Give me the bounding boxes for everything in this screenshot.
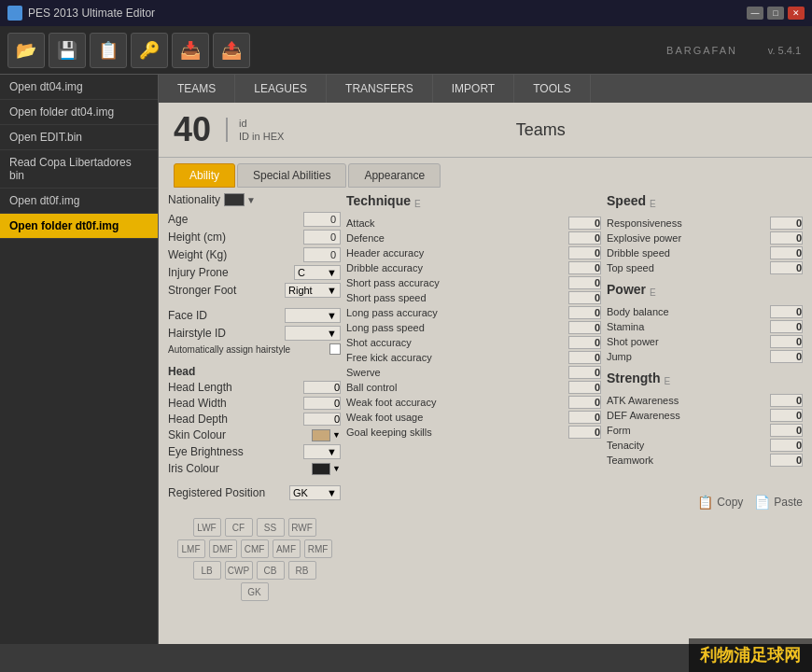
pos-rmf[interactable]: RMF [304, 539, 332, 558]
nav-import[interactable]: IMPORT [433, 75, 514, 103]
stat-short-pass-speed-input[interactable] [568, 291, 601, 304]
paste-button[interactable]: 📄 Paste [754, 495, 803, 510]
stronger-foot-select[interactable]: Right ▼ [285, 283, 341, 298]
stat-explosive-power-input[interactable] [770, 231, 803, 245]
head-length-label: Head Length [168, 381, 303, 394]
nav-leagues[interactable]: LEAGUES [235, 75, 327, 103]
sidebar-item-3[interactable]: Read Copa Libertadores bin [0, 150, 158, 189]
player-id: 40 [174, 110, 211, 149]
iris-colour-control[interactable]: ▼ [312, 463, 341, 475]
stat-body-balance-input[interactable] [770, 305, 803, 318]
pos-dmf[interactable]: DMF [209, 539, 237, 558]
stat-tenacity-input[interactable] [770, 439, 803, 452]
stat-shot-power-input[interactable] [770, 335, 803, 348]
iris-colour-arrow[interactable]: ▼ [332, 464, 341, 473]
stat-form-input[interactable] [770, 424, 803, 437]
stat-short-pass-accuracy-input[interactable] [568, 276, 601, 289]
positions-row-1: LWF CF SS RWF [168, 518, 341, 537]
stat-attack: Attack [346, 217, 601, 230]
skin-colour-control[interactable]: ▼ [312, 429, 341, 441]
nav-transfers[interactable]: TRANSFERS [327, 75, 433, 103]
stat-long-pass-speed-input[interactable] [568, 321, 601, 334]
pos-cb[interactable]: CB [257, 561, 285, 580]
maximize-button[interactable]: □ [767, 7, 784, 20]
toolbar-save-button[interactable]: 💾 [49, 33, 86, 68]
pos-cwp[interactable]: CWP [225, 561, 253, 580]
copy-button[interactable]: 📋 Copy [697, 495, 743, 510]
pos-lb[interactable]: LB [193, 561, 221, 580]
pos-amf[interactable]: AMF [273, 539, 301, 558]
head-width-input[interactable] [303, 397, 341, 410]
pos-ss[interactable]: SS [257, 518, 285, 537]
tabs-row: Ability Special Abilities Appearance [159, 158, 812, 188]
pos-rwf[interactable]: RWF [288, 518, 316, 537]
age-input[interactable] [303, 212, 341, 227]
copy-icon: 📋 [697, 495, 713, 510]
sidebar-item-4[interactable]: Open dt0f.img [0, 189, 158, 214]
stat-atk-awareness-input[interactable] [770, 394, 803, 407]
stat-top-speed-input[interactable] [770, 261, 803, 274]
height-input[interactable] [303, 230, 341, 245]
stat-shot-accuracy-input[interactable] [568, 336, 601, 349]
pos-cf[interactable]: CF [225, 518, 253, 537]
stat-long-pass-accuracy-input[interactable] [568, 306, 601, 319]
power-title: Power [607, 282, 646, 299]
tab-appearance[interactable]: Appearance [348, 163, 441, 188]
sidebar-item-0[interactable]: Open dt04.img [0, 75, 158, 100]
nav-teams[interactable]: TEAMS [159, 75, 235, 103]
skin-colour-arrow[interactable]: ▼ [332, 430, 341, 440]
technique-title: Technique [346, 193, 411, 210]
stat-ball-control-input[interactable] [568, 381, 601, 394]
toolbar-import-button[interactable]: 📥 [172, 33, 209, 68]
head-depth-input[interactable] [303, 413, 341, 426]
sidebar-item-1[interactable]: Open folder dt04.img [0, 100, 158, 125]
stat-responsiveness-input[interactable] [770, 217, 803, 230]
sidebar-item-2[interactable]: Open EDIT.bin [0, 125, 158, 150]
stat-attack-input[interactable] [568, 217, 601, 230]
strength-title: Strength [607, 371, 661, 387]
iris-colour-swatch[interactable] [312, 463, 330, 475]
stat-ball-control: Ball control [346, 381, 601, 394]
technique-e-label: E [414, 199, 421, 209]
stat-swerve-input[interactable] [568, 366, 601, 379]
tab-ability[interactable]: Ability [174, 163, 235, 188]
stat-jump-input[interactable] [770, 350, 803, 363]
pos-cmf[interactable]: CMF [241, 539, 269, 558]
stat-teamwork-input[interactable] [770, 454, 803, 467]
toolbar-export-button[interactable]: 📤 [213, 33, 250, 68]
stat-weak-foot-accuracy-input[interactable] [568, 396, 601, 409]
stat-def-awareness-input[interactable] [770, 409, 803, 422]
head-length-input[interactable] [303, 381, 341, 394]
nationality-dropdown-icon[interactable]: ▼ [246, 195, 256, 205]
reg-position-select[interactable]: GK ▼ [289, 485, 341, 500]
close-button[interactable]: ✕ [788, 7, 805, 20]
pos-lmf[interactable]: LMF [177, 539, 205, 558]
pos-gk[interactable]: GK [241, 582, 269, 601]
injury-label: Injury Prone [168, 266, 294, 279]
minimize-button[interactable]: — [747, 7, 763, 20]
stat-dribble-speed-input[interactable] [770, 246, 803, 259]
stat-header-accuracy-input[interactable] [568, 246, 601, 259]
pos-rb[interactable]: RB [288, 561, 316, 580]
sidebar-item-5[interactable]: Open folder dt0f.img [0, 214, 158, 239]
nationality-flag[interactable] [224, 193, 245, 206]
nav-tools[interactable]: TOOLS [514, 75, 590, 103]
weight-input[interactable] [303, 247, 341, 262]
stat-defence-input[interactable] [568, 231, 601, 245]
toolbar-open-button[interactable]: 📂 [7, 33, 45, 68]
injury-select[interactable]: C ▼ [294, 265, 341, 280]
toolbar-copy-button[interactable]: 📋 [90, 33, 127, 68]
toolbar-key-button[interactable]: 🔑 [131, 33, 168, 68]
stat-free-kick-accuracy-input[interactable] [568, 351, 601, 364]
stat-goal-keeping-input[interactable] [568, 426, 601, 439]
eye-brightness-select[interactable]: ▼ [303, 444, 341, 459]
auto-assign-checkbox[interactable] [329, 343, 341, 355]
stat-dribble-accuracy-input[interactable] [568, 261, 601, 274]
pos-lwf[interactable]: LWF [193, 518, 221, 537]
hairstyle-id-select[interactable]: ▼ [285, 326, 341, 341]
stat-weak-foot-usage-input[interactable] [568, 411, 601, 424]
face-id-select[interactable]: ▼ [285, 308, 341, 323]
skin-colour-swatch[interactable] [312, 429, 330, 441]
tab-special-abilities[interactable]: Special Abilities [237, 163, 346, 188]
stat-stamina-input[interactable] [770, 320, 803, 333]
